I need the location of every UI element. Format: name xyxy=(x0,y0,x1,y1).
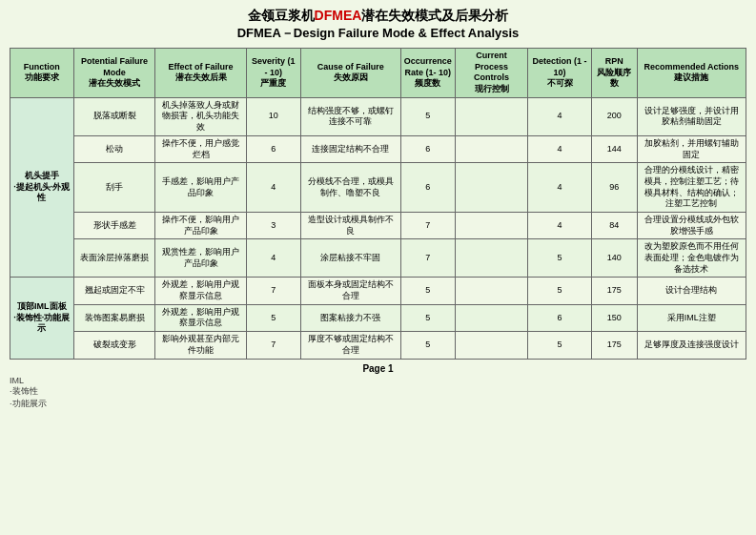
cell-pfm: 翘起或固定不牢 xyxy=(73,278,155,304)
cell-rpn: 200 xyxy=(591,97,637,135)
cell-severity: 7 xyxy=(246,278,300,304)
footnote: IML ·装饰性 ·功能展示 xyxy=(10,376,746,410)
cell-effect: 手感差，影响用户产品印象 xyxy=(155,163,246,213)
cell-controls xyxy=(455,212,527,238)
cell-cause: 图案粘接力不强 xyxy=(300,304,400,331)
cell-function: 顶部IML面板 ·装饰性·功能展示 xyxy=(10,278,74,359)
col-header-recommendations: Recommended Actions 建议措施 xyxy=(637,49,746,98)
cell-rpn: 144 xyxy=(591,135,637,162)
page: 金领豆浆机DFMEA潜在失效模式及后果分析 DFMEA－Design Failu… xyxy=(0,0,756,418)
dfmea-table: Function 功能要求 Potential Failure Mode 潜在失… xyxy=(10,48,746,360)
cell-recommendations: 合理的分模线设计，精密模具，控制注塑工艺；待模具材料、结构的确认；注塑工艺控制 xyxy=(637,163,746,213)
cell-severity: 10 xyxy=(246,97,300,135)
cell-occurrence: 7 xyxy=(400,212,455,238)
cell-rpn: 96 xyxy=(591,163,637,213)
table-body: 机头提手 ·提起机头·外观性脱落或断裂机头掉落致人身或财物损害，机头功能失效10… xyxy=(10,97,746,359)
cell-detection: 4 xyxy=(528,163,592,213)
footer: Page 1 xyxy=(10,363,746,374)
cell-severity: 3 xyxy=(246,212,300,238)
cell-cause: 连接固定结构不合理 xyxy=(300,135,400,162)
cell-severity: 4 xyxy=(246,239,300,278)
table-row: 机头提手 ·提起机头·外观性脱落或断裂机头掉落致人身或财物损害，机头功能失效10… xyxy=(10,97,746,135)
cell-controls xyxy=(455,278,527,304)
table-row: 松动操作不便，用户感觉烂档6连接固定结构不合理64144加胶粘剂，并用螺钉辅助固… xyxy=(10,135,746,162)
cell-controls xyxy=(455,332,527,359)
col-header-effect: Effect of Failure 潜在失效后果 xyxy=(155,49,246,98)
cell-rpn: 84 xyxy=(591,212,637,238)
table-row: 装饰图案易磨损外观差，影响用户观察显示信息5图案粘接力不强56150采用IML注… xyxy=(10,304,746,331)
page-number: Page 1 xyxy=(362,363,393,374)
cell-effect: 外观差，影响用户观察显示信息 xyxy=(155,278,246,304)
cell-detection: 4 xyxy=(528,135,592,162)
cell-recommendations: 加胶粘剂，并用螺钉辅助固定 xyxy=(637,135,746,162)
cell-detection: 5 xyxy=(528,332,592,359)
cell-occurrence: 6 xyxy=(400,163,455,213)
col-header-detection: Detection (1 - 10) 不可探 xyxy=(528,49,592,98)
table-row: 刮手手感差，影响用户产品印象4分模线不合理，或模具制作、噜塑不良6496合理的分… xyxy=(10,163,746,213)
cell-pfm: 表面涂层掉落磨损 xyxy=(73,239,155,278)
cell-severity: 6 xyxy=(246,135,300,162)
col-header-function: Function 功能要求 xyxy=(10,49,74,98)
cell-pfm: 装饰图案易磨损 xyxy=(73,304,155,331)
cell-recommendations: 足够厚度及连接强度设计 xyxy=(637,332,746,359)
cell-effect: 操作不便，用户感觉烂档 xyxy=(155,135,246,162)
col-header-controls: Current Process Controls 现行控制 xyxy=(455,49,527,98)
cell-severity: 5 xyxy=(246,304,300,331)
cell-recommendations: 设计足够强度，并设计用胶粘剂辅助固定 xyxy=(637,97,746,135)
cell-pfm: 脱落或断裂 xyxy=(73,97,155,135)
cell-controls xyxy=(455,97,527,135)
cell-detection: 4 xyxy=(528,97,592,135)
table-row: 顶部IML面板 ·装饰性·功能展示翘起或固定不牢外观差，影响用户观察显示信息7面… xyxy=(10,278,746,304)
cell-occurrence: 7 xyxy=(400,239,455,278)
cell-severity: 7 xyxy=(246,332,300,359)
header-row: Function 功能要求 Potential Failure Mode 潜在失… xyxy=(10,49,746,98)
cell-detection: 4 xyxy=(528,212,592,238)
cell-severity: 4 xyxy=(246,163,300,213)
cell-recommendations: 设计合理结构 xyxy=(637,278,746,304)
col-header-occurrence: Occurrence Rate (1- 10) 频度数 xyxy=(400,49,455,98)
cell-detection: 5 xyxy=(528,239,592,278)
col-header-cause: Cause of Failure 失效原因 xyxy=(300,49,400,98)
cell-controls xyxy=(455,304,527,331)
cell-controls xyxy=(455,135,527,162)
cell-occurrence: 5 xyxy=(400,278,455,304)
col-header-pfm: Potential Failure Mode 潜在失效模式 xyxy=(73,49,155,98)
cell-cause: 造型设计或模具制作不良 xyxy=(300,212,400,238)
cell-rpn: 140 xyxy=(591,239,637,278)
cell-controls xyxy=(455,163,527,213)
cell-controls xyxy=(455,239,527,278)
cell-rpn: 175 xyxy=(591,278,637,304)
table-row: 破裂或变形影响外观甚至内部元件功能7厚度不够或固定结构不合理55175足够厚度及… xyxy=(10,332,746,359)
title-cn-brand: DFMEA xyxy=(315,8,362,23)
cell-pfm: 松动 xyxy=(73,135,155,162)
title-area: 金领豆浆机DFMEA潜在失效模式及后果分析 DFMEA－Design Failu… xyxy=(10,8,746,42)
cell-occurrence: 5 xyxy=(400,304,455,331)
cell-effect: 外观差，影响用户观察显示信息 xyxy=(155,304,246,331)
cell-recommendations: 改为塑胶原色而不用任何表面处理；金色电镀作为备选技术 xyxy=(637,239,746,278)
cell-rpn: 150 xyxy=(591,304,637,331)
cell-detection: 6 xyxy=(528,304,592,331)
title-cn-pre: 金领豆浆机 xyxy=(248,8,315,23)
cell-effect: 观赏性差，影响用户产品印象 xyxy=(155,239,246,278)
cell-function: 机头提手 ·提起机头·外观性 xyxy=(10,97,74,278)
cell-occurrence: 5 xyxy=(400,332,455,359)
cell-effect: 操作不便，影响用户产品印象 xyxy=(155,212,246,238)
cell-cause: 涂层粘接不牢固 xyxy=(300,239,400,278)
cell-occurrence: 5 xyxy=(400,97,455,135)
title-en: DFMEA－Design Failure Mode & Effect Analy… xyxy=(10,25,746,42)
cell-detection: 5 xyxy=(528,278,592,304)
title-cn-post: 潜在失效模式及后果分析 xyxy=(361,8,508,23)
cell-pfm: 破裂或变形 xyxy=(73,332,155,359)
cell-cause: 分模线不合理，或模具制作、噜塑不良 xyxy=(300,163,400,213)
cell-cause: 面板本身或固定结构不合理 xyxy=(300,278,400,304)
cell-pfm: 刮手 xyxy=(73,163,155,213)
cell-cause: 结构强度不够，或螺钉连接不可靠 xyxy=(300,97,400,135)
table-row: 表面涂层掉落磨损观赏性差，影响用户产品印象4涂层粘接不牢固75140改为塑胶原色… xyxy=(10,239,746,278)
cell-cause: 厚度不够或固定结构不合理 xyxy=(300,332,400,359)
cell-recommendations: 合理设置分模线或外包软胶增强手感 xyxy=(637,212,746,238)
cell-rpn: 175 xyxy=(591,332,637,359)
title-cn: 金领豆浆机DFMEA潜在失效模式及后果分析 xyxy=(10,8,746,25)
cell-effect: 机头掉落致人身或财物损害，机头功能失效 xyxy=(155,97,246,135)
cell-pfm: 形状手感差 xyxy=(73,212,155,238)
cell-recommendations: 采用IML注塑 xyxy=(637,304,746,331)
